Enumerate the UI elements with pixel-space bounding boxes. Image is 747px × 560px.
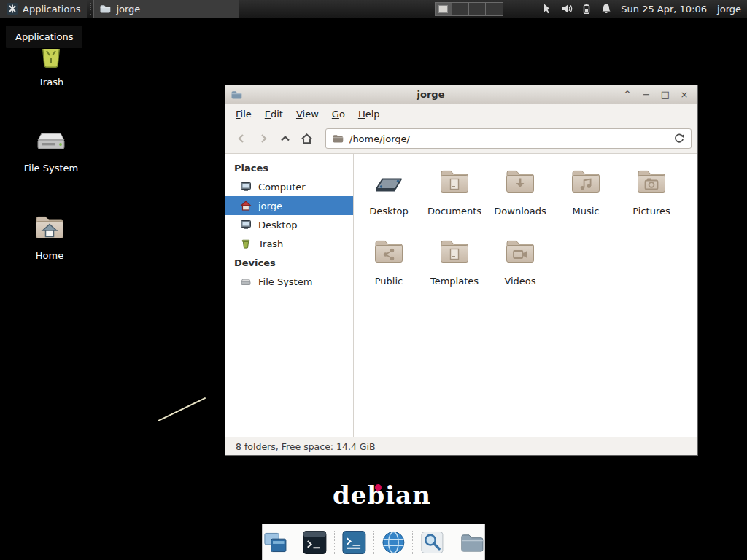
folder-label: Public xyxy=(375,276,403,287)
window-body: Places Computer jorge Desktop Trash xyxy=(225,154,697,437)
sidebar: Places Computer jorge Desktop Trash xyxy=(225,154,354,437)
folder-public[interactable]: Public xyxy=(356,234,422,304)
sidebar-item-trash[interactable]: Trash xyxy=(225,234,353,253)
sidebar-item-computer[interactable]: Computer xyxy=(225,177,353,196)
titlebar[interactable]: jorge ^ − □ × xyxy=(225,85,697,104)
maximize-button[interactable]: □ xyxy=(657,85,673,104)
folder-documents[interactable]: Documents xyxy=(422,164,487,234)
back-button[interactable] xyxy=(231,129,251,149)
toolbar: /home/jorge/ xyxy=(225,124,697,154)
drive-icon xyxy=(240,276,252,287)
minimize-button[interactable]: − xyxy=(638,85,654,104)
status-text: 8 folders, Free space: 14.4 GiB xyxy=(236,441,376,452)
dock-separator xyxy=(412,531,413,554)
home-folder-icon xyxy=(32,210,67,245)
desktop-icon-label: Home xyxy=(36,250,63,261)
reload-icon[interactable] xyxy=(673,133,685,144)
folder-templates[interactable]: Templates xyxy=(422,234,487,304)
taskbar-window-label: jorge xyxy=(116,4,140,15)
sidebar-item-label: jorge xyxy=(258,201,282,211)
location-bar[interactable]: /home/jorge/ xyxy=(325,128,692,149)
dock-separator xyxy=(452,531,452,554)
back-icon xyxy=(236,133,247,144)
battery-icon[interactable] xyxy=(581,3,592,15)
dock-web-browser-icon[interactable] xyxy=(381,529,406,556)
dock-separator xyxy=(295,531,295,554)
menu-view[interactable]: View xyxy=(290,104,325,124)
applications-tooltip: Applications xyxy=(5,25,83,49)
shade-button[interactable]: ^ xyxy=(619,85,635,104)
home-button[interactable] xyxy=(297,129,317,149)
videos-folder-icon xyxy=(503,234,538,269)
notifications-bell-icon[interactable] xyxy=(600,3,612,15)
desktop-icon-home[interactable]: Home xyxy=(19,210,80,261)
desktop-icon-label: Trash xyxy=(39,77,63,88)
folder-music[interactable]: Music xyxy=(553,164,619,234)
folder-label: Desktop xyxy=(369,206,409,217)
folder-downloads[interactable]: Downloads xyxy=(487,164,553,234)
menubar: File Edit View Go Help xyxy=(225,104,697,124)
applications-menu-label: Applications xyxy=(23,4,80,15)
panel-handle[interactable] xyxy=(88,3,93,15)
panel-username: jorge xyxy=(717,4,741,15)
drive-icon xyxy=(34,122,69,158)
folder-label: Downloads xyxy=(494,206,546,217)
dock-separator xyxy=(334,531,335,554)
folder-label: Documents xyxy=(427,206,481,217)
sidebar-header-devices: Devices xyxy=(225,253,353,272)
menu-go[interactable]: Go xyxy=(325,104,352,124)
folder-pictures[interactable]: Pictures xyxy=(619,164,684,234)
workspace-2[interactable] xyxy=(452,3,469,15)
documents-folder-icon xyxy=(437,164,472,199)
desktop: Applications jorge xyxy=(0,0,747,560)
sidebar-header-places: Places xyxy=(225,158,353,177)
sidebar-item-label: File System xyxy=(258,276,312,287)
folder-videos[interactable]: Videos xyxy=(487,234,553,304)
desktop-icon-file-system[interactable]: File System xyxy=(20,122,82,174)
workspace-4[interactable] xyxy=(486,3,503,15)
folder-label: Music xyxy=(573,206,600,217)
forward-button[interactable] xyxy=(253,129,273,149)
workspace-3[interactable] xyxy=(469,3,486,15)
home-house-icon xyxy=(240,200,252,211)
sidebar-item-label: Trash xyxy=(258,238,283,249)
pointer-icon[interactable] xyxy=(541,3,553,15)
up-icon xyxy=(279,133,291,144)
dock-display-icon[interactable] xyxy=(263,529,288,556)
dock-separator xyxy=(374,531,374,554)
applications-menu-button[interactable]: Applications xyxy=(0,0,87,18)
applications-menu-icon xyxy=(7,3,18,15)
computer-icon xyxy=(240,181,252,192)
sidebar-item-jorge[interactable]: jorge xyxy=(225,196,353,215)
close-button[interactable]: × xyxy=(676,85,692,104)
sidebar-item-desktop[interactable]: Desktop xyxy=(225,215,353,234)
menu-file[interactable]: File xyxy=(229,104,258,124)
home-icon xyxy=(301,133,313,145)
dock-file-manager-icon[interactable] xyxy=(459,529,484,556)
taskbar-folder-icon xyxy=(99,3,111,15)
sidebar-item-label: Desktop xyxy=(258,219,298,230)
menu-help[interactable]: Help xyxy=(352,104,387,124)
clock[interactable]: Sun 25 Apr, 10:06 xyxy=(621,4,707,15)
volume-icon[interactable] xyxy=(561,3,573,15)
dock-terminal-blue-icon[interactable] xyxy=(341,529,367,556)
up-button[interactable] xyxy=(275,129,295,149)
sidebar-item-file-system[interactable]: File System xyxy=(225,272,353,291)
workspace-window-preview xyxy=(438,5,448,13)
trash-icon xyxy=(240,238,252,249)
dock-terminal-icon[interactable] xyxy=(302,529,328,556)
sidebar-item-label: Computer xyxy=(258,182,306,192)
top-panel: Applications jorge xyxy=(0,0,747,18)
music-folder-icon xyxy=(568,164,603,199)
taskbar-window-button[interactable]: jorge xyxy=(93,0,239,18)
statusbar: 8 folders, Free space: 14.4 GiB xyxy=(225,437,697,455)
menu-edit[interactable]: Edit xyxy=(258,104,290,124)
pictures-folder-icon xyxy=(634,164,669,199)
templates-folder-icon xyxy=(437,234,472,269)
system-tray xyxy=(541,3,612,15)
workspace-1[interactable] xyxy=(436,3,452,15)
dock-application-finder-icon[interactable] xyxy=(419,529,445,556)
folder-desktop[interactable]: Desktop xyxy=(356,164,422,234)
desktop-screen-icon xyxy=(240,219,252,230)
bottom-dock xyxy=(262,524,485,560)
